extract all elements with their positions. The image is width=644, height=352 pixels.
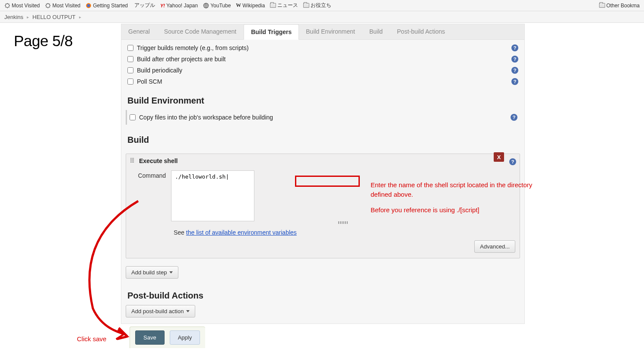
command-textarea[interactable] [171, 170, 254, 221]
bookmark-label: Most Visited [52, 3, 80, 9]
help-icon: ? [511, 78, 518, 85]
annotation-text-2: Before you reference is using ./[script] [371, 205, 543, 215]
bookmark-label: Getting Started [93, 3, 128, 9]
build-environment-header: Build Environment [121, 90, 524, 110]
bookmark-most-visited-1[interactable]: Most Visited [3, 2, 41, 9]
caret-down-icon [186, 310, 190, 312]
trigger-poll-scm-label: Poll SCM [137, 78, 162, 85]
tab-build[interactable]: Build [362, 24, 390, 39]
bookmark-label: Yahoo! Japan [166, 3, 198, 9]
bookmark-label: Wikipedia [242, 3, 265, 9]
add-build-step-button[interactable]: Add build step [126, 266, 178, 279]
trigger-after-label: Build after other projects are built [137, 56, 225, 63]
add-build-step-label: Add build step [131, 269, 167, 276]
apply-button[interactable]: Apply [170, 330, 200, 345]
post-build-header: Post-build Actions [121, 285, 524, 305]
help-button[interactable]: ? [511, 114, 517, 121]
add-post-build-label: Add post-build action [131, 308, 184, 314]
build-step-title: Execute shell [139, 157, 178, 164]
trigger-periodic-checkbox[interactable] [127, 67, 133, 73]
build-step-header[interactable]: Execute shell [126, 154, 520, 168]
config-tabs: General Source Code Management Build Tri… [121, 24, 524, 40]
bookmark-news[interactable]: ニュース [268, 1, 300, 10]
breadcrumb: Jenkins ▸ HELLO OUTPUT ▸ [0, 11, 644, 23]
trigger-after-checkbox[interactable] [127, 56, 133, 62]
folder-icon [599, 3, 605, 8]
bookmark-youtube[interactable]: YouTube [201, 2, 232, 9]
gear-icon [4, 3, 10, 9]
build-header: Build [121, 129, 524, 149]
help-button[interactable]: ? [511, 67, 518, 74]
help-icon: ? [511, 44, 518, 51]
breadcrumb-job[interactable]: HELLO OUTPUT [32, 14, 76, 20]
tab-scm[interactable]: Source Code Management [157, 24, 244, 39]
annotation-text-1: Enter the name of the shell script locat… [371, 180, 543, 199]
bookmark-useful[interactable]: お役立ち [301, 1, 333, 10]
tab-build-environment[interactable]: Build Environment [299, 24, 362, 39]
see-text: See [174, 229, 186, 236]
bookmark-label: Most Visited [12, 3, 40, 9]
build-triggers-section: Trigger builds remotely (e.g., from scri… [121, 40, 524, 90]
tab-general[interactable]: General [121, 24, 157, 39]
help-button[interactable]: ? [511, 44, 518, 51]
help-button[interactable]: ? [509, 158, 516, 165]
tab-build-triggers[interactable]: Build Triggers [244, 24, 299, 40]
bookmark-other[interactable]: Other Bookma [597, 2, 641, 9]
resize-handle-icon[interactable] [338, 221, 349, 224]
save-button[interactable]: Save [135, 330, 165, 345]
bookmark-getting-started[interactable]: Getting Started [84, 2, 130, 9]
page-indicator: Page 5/8 [14, 32, 73, 50]
trigger-remote-label: Trigger builds remotely (e.g., from scri… [137, 44, 249, 51]
trigger-poll-scm-checkbox[interactable] [127, 79, 133, 85]
bookmark-most-visited-2[interactable]: Most Visited [43, 2, 82, 9]
firefox-icon [86, 3, 92, 9]
copy-files-checkbox[interactable] [130, 114, 136, 120]
svg-point-0 [6, 3, 10, 7]
trigger-periodic-label: Build periodically [137, 67, 182, 74]
bookmark-label: アップル [134, 2, 155, 9]
add-post-build-action-button[interactable]: Add post-build action [126, 305, 195, 317]
folder-icon [303, 3, 309, 8]
help-button[interactable]: ? [511, 78, 518, 85]
bookmark-label: ニュース [277, 2, 298, 9]
help-icon: ? [509, 158, 516, 165]
annotation-click-save: Click save [77, 335, 106, 343]
globe-icon [203, 3, 209, 9]
chevron-right-icon: ▸ [79, 15, 81, 19]
svg-point-3 [87, 4, 90, 7]
help-icon: ? [511, 114, 517, 121]
yahoo-icon: Y! [160, 3, 165, 8]
copy-files-label: Copy files into the job's workspace befo… [139, 114, 273, 121]
env-row: Copy files into the job's workspace befo… [126, 110, 520, 125]
env-vars-link[interactable]: the list of available environment variab… [186, 229, 297, 236]
command-label: Command [130, 170, 166, 179]
drag-handle-icon[interactable] [130, 158, 136, 164]
bookmark-label: Other Bookma [606, 3, 640, 9]
gear-icon [45, 3, 51, 9]
caret-down-icon [169, 271, 173, 273]
env-vars-hint: See the list of available environment va… [126, 227, 520, 237]
breadcrumb-root[interactable]: Jenkins [4, 14, 23, 20]
wikipedia-icon: W [236, 2, 241, 9]
chevron-right-icon: ▸ [27, 15, 29, 19]
help-icon: ? [511, 67, 518, 74]
tab-post-build[interactable]: Post-build Actions [390, 24, 452, 39]
bookmark-label: お役立ち [311, 2, 331, 9]
folder-icon [270, 3, 276, 8]
bookmark-wikipedia[interactable]: W Wikipedia [234, 1, 266, 9]
help-icon: ? [511, 56, 518, 63]
bookmark-yahoo[interactable]: Y! Yahoo! Japan [159, 2, 200, 9]
trigger-remote-checkbox[interactable] [127, 45, 133, 51]
config-panel: General Source Code Management Build Tri… [121, 24, 525, 324]
advanced-button[interactable]: Advanced... [474, 240, 515, 253]
bookmark-label: YouTube [210, 3, 231, 9]
bookmark-apple[interactable]: アップル [131, 1, 157, 10]
bookmark-bar: Most Visited Most Visited Getting Starte… [0, 0, 644, 11]
footer-buttons: Save Apply [130, 327, 205, 348]
svg-point-1 [46, 3, 50, 7]
delete-step-button[interactable]: X [494, 152, 504, 162]
help-button[interactable]: ? [511, 56, 518, 63]
